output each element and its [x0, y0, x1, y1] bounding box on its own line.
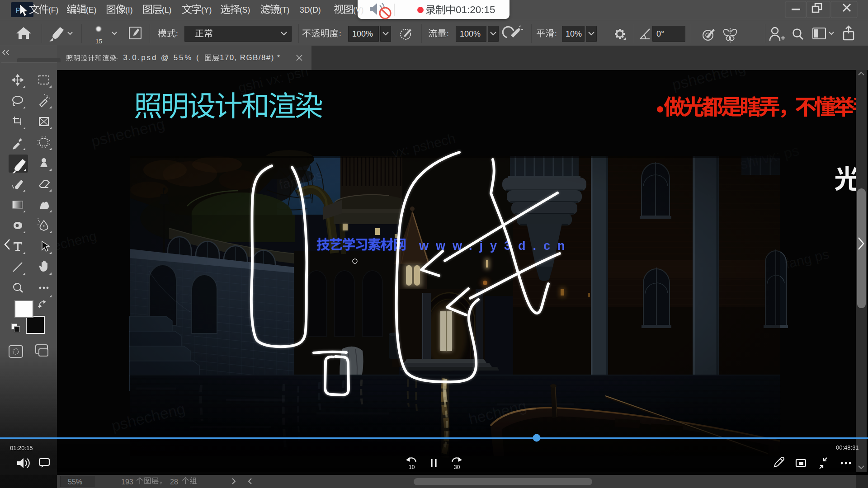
svg-text:10: 10: [409, 464, 415, 470]
svg-text:30: 30: [454, 464, 460, 470]
svg-text:01:20:15: 01:20:15: [10, 445, 33, 451]
svg-text:00:48:31: 00:48:31: [836, 444, 859, 451]
svg-text:01:20:15: 01:20:15: [456, 4, 495, 15]
